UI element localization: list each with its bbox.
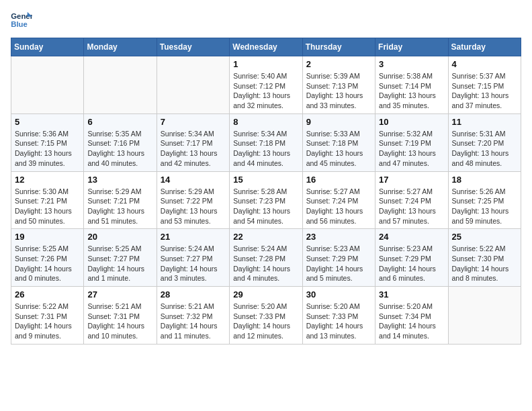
calendar-cell: 25Sunrise: 5:22 AMSunset: 7:30 PMDayligh…: [448, 229, 521, 287]
weekday-thursday: Thursday: [302, 38, 375, 56]
calendar-cell: 17Sunrise: 5:27 AMSunset: 7:24 PMDayligh…: [375, 171, 448, 229]
calendar-cell: 23Sunrise: 5:23 AMSunset: 7:29 PMDayligh…: [302, 229, 375, 287]
calendar-cell: 2Sunrise: 5:39 AMSunset: 7:13 PMDaylight…: [302, 56, 375, 114]
calendar-cell: 19Sunrise: 5:25 AMSunset: 7:26 PMDayligh…: [11, 229, 84, 287]
calendar-cell: [84, 56, 157, 114]
calendar-week-3: 12Sunrise: 5:30 AMSunset: 7:21 PMDayligh…: [11, 171, 521, 229]
cell-info-text: Sunrise: 5:25 AMSunset: 7:27 PMDaylight:…: [87, 244, 152, 283]
cell-date-number: 11: [452, 117, 517, 127]
cell-date-number: 5: [15, 117, 80, 127]
calendar-cell: 28Sunrise: 5:21 AMSunset: 7:32 PMDayligh…: [157, 287, 229, 345]
cell-info-text: Sunrise: 5:24 AMSunset: 7:28 PMDaylight:…: [233, 244, 298, 283]
cell-info-text: Sunrise: 5:20 AMSunset: 7:33 PMDaylight:…: [233, 302, 298, 341]
cell-date-number: 25: [452, 232, 517, 242]
cell-date-number: 17: [379, 175, 444, 185]
calendar-cell: 7Sunrise: 5:34 AMSunset: 7:17 PMDaylight…: [157, 113, 229, 171]
cell-date-number: 28: [161, 289, 226, 300]
weekday-sunday: Sunday: [11, 38, 84, 56]
cell-info-text: Sunrise: 5:27 AMSunset: 7:24 PMDaylight:…: [379, 187, 444, 226]
calendar-cell: [157, 56, 229, 114]
cell-date-number: 24: [379, 232, 444, 242]
calendar-cell: 11Sunrise: 5:31 AMSunset: 7:20 PMDayligh…: [448, 113, 521, 171]
weekday-friday: Friday: [375, 38, 448, 56]
cell-info-text: Sunrise: 5:22 AMSunset: 7:30 PMDaylight:…: [452, 244, 517, 283]
calendar-cell: 29Sunrise: 5:20 AMSunset: 7:33 PMDayligh…: [230, 287, 302, 345]
calendar-cell: 15Sunrise: 5:28 AMSunset: 7:23 PMDayligh…: [230, 171, 302, 229]
cell-info-text: Sunrise: 5:21 AMSunset: 7:32 PMDaylight:…: [161, 302, 226, 341]
cell-info-text: Sunrise: 5:36 AMSunset: 7:15 PMDaylight:…: [15, 129, 80, 169]
calendar-cell: 26Sunrise: 5:22 AMSunset: 7:31 PMDayligh…: [11, 287, 84, 345]
cell-info-text: Sunrise: 5:27 AMSunset: 7:24 PMDaylight:…: [306, 187, 371, 226]
calendar-cell: 4Sunrise: 5:37 AMSunset: 7:15 PMDaylight…: [448, 56, 521, 114]
calendar-cell: 10Sunrise: 5:32 AMSunset: 7:19 PMDayligh…: [375, 113, 448, 171]
logo-icon: General Blue: [11, 11, 32, 30]
cell-date-number: 8: [233, 117, 298, 127]
calendar-cell: 13Sunrise: 5:29 AMSunset: 7:21 PMDayligh…: [84, 171, 157, 229]
svg-text:Blue: Blue: [11, 20, 28, 28]
cell-info-text: Sunrise: 5:23 AMSunset: 7:29 PMDaylight:…: [306, 244, 371, 283]
page-header: General Blue: [11, 11, 521, 30]
cell-info-text: Sunrise: 5:34 AMSunset: 7:18 PMDaylight:…: [233, 129, 298, 169]
weekday-monday: Monday: [84, 38, 157, 56]
cell-date-number: 27: [87, 289, 152, 300]
calendar-cell: 21Sunrise: 5:24 AMSunset: 7:27 PMDayligh…: [157, 229, 229, 287]
cell-date-number: 3: [379, 59, 444, 69]
cell-info-text: Sunrise: 5:40 AMSunset: 7:12 PMDaylight:…: [233, 71, 298, 111]
calendar-cell: 8Sunrise: 5:34 AMSunset: 7:18 PMDaylight…: [230, 113, 302, 171]
cell-info-text: Sunrise: 5:30 AMSunset: 7:21 PMDaylight:…: [15, 187, 80, 226]
cell-date-number: 29: [233, 289, 298, 300]
calendar-cell: 30Sunrise: 5:20 AMSunset: 7:33 PMDayligh…: [302, 287, 375, 345]
cell-date-number: 7: [161, 117, 226, 127]
cell-info-text: Sunrise: 5:22 AMSunset: 7:31 PMDaylight:…: [15, 302, 80, 341]
cell-date-number: 26: [15, 289, 80, 300]
calendar-week-2: 5Sunrise: 5:36 AMSunset: 7:15 PMDaylight…: [11, 113, 521, 171]
calendar-cell: 22Sunrise: 5:24 AMSunset: 7:28 PMDayligh…: [230, 229, 302, 287]
cell-info-text: Sunrise: 5:26 AMSunset: 7:25 PMDaylight:…: [452, 187, 517, 226]
calendar-cell: 12Sunrise: 5:30 AMSunset: 7:21 PMDayligh…: [11, 171, 84, 229]
cell-date-number: 21: [161, 232, 226, 242]
cell-info-text: Sunrise: 5:24 AMSunset: 7:27 PMDaylight:…: [161, 244, 226, 283]
cell-info-text: Sunrise: 5:29 AMSunset: 7:22 PMDaylight:…: [161, 187, 226, 226]
cell-info-text: Sunrise: 5:38 AMSunset: 7:14 PMDaylight:…: [379, 71, 444, 111]
cell-info-text: Sunrise: 5:39 AMSunset: 7:13 PMDaylight:…: [306, 71, 371, 111]
cell-date-number: 31: [379, 289, 444, 300]
calendar-cell: 6Sunrise: 5:35 AMSunset: 7:16 PMDaylight…: [84, 113, 157, 171]
calendar-cell: 18Sunrise: 5:26 AMSunset: 7:25 PMDayligh…: [448, 171, 521, 229]
cell-date-number: 23: [306, 232, 371, 242]
cell-info-text: Sunrise: 5:32 AMSunset: 7:19 PMDaylight:…: [379, 129, 444, 169]
cell-date-number: 16: [306, 175, 371, 185]
cell-date-number: 22: [233, 232, 298, 242]
cell-date-number: 1: [233, 59, 298, 69]
calendar-cell: 31Sunrise: 5:20 AMSunset: 7:34 PMDayligh…: [375, 287, 448, 345]
cell-date-number: 14: [161, 175, 226, 185]
calendar-cell: 1Sunrise: 5:40 AMSunset: 7:12 PMDaylight…: [230, 56, 302, 114]
cell-date-number: 6: [87, 117, 152, 127]
logo: General Blue: [11, 11, 35, 30]
cell-date-number: 15: [233, 175, 298, 185]
calendar-cell: [11, 56, 84, 114]
cell-info-text: Sunrise: 5:25 AMSunset: 7:26 PMDaylight:…: [15, 244, 80, 283]
cell-date-number: 30: [306, 289, 371, 300]
cell-info-text: Sunrise: 5:29 AMSunset: 7:21 PMDaylight:…: [87, 187, 152, 226]
cell-info-text: Sunrise: 5:35 AMSunset: 7:16 PMDaylight:…: [87, 129, 152, 169]
cell-date-number: 2: [306, 59, 371, 69]
weekday-header-row: SundayMondayTuesdayWednesdayThursdayFrid…: [11, 38, 521, 56]
cell-info-text: Sunrise: 5:31 AMSunset: 7:20 PMDaylight:…: [452, 129, 517, 169]
calendar-cell: 24Sunrise: 5:23 AMSunset: 7:29 PMDayligh…: [375, 229, 448, 287]
calendar-week-1: 1Sunrise: 5:40 AMSunset: 7:12 PMDaylight…: [11, 56, 521, 114]
cell-date-number: 20: [87, 232, 152, 242]
calendar-cell: 16Sunrise: 5:27 AMSunset: 7:24 PMDayligh…: [302, 171, 375, 229]
cell-date-number: 4: [452, 59, 517, 69]
cell-info-text: Sunrise: 5:34 AMSunset: 7:17 PMDaylight:…: [161, 129, 226, 169]
calendar-cell: 5Sunrise: 5:36 AMSunset: 7:15 PMDaylight…: [11, 113, 84, 171]
calendar-cell: 27Sunrise: 5:21 AMSunset: 7:31 PMDayligh…: [84, 287, 157, 345]
weekday-saturday: Saturday: [448, 38, 521, 56]
calendar-cell: 14Sunrise: 5:29 AMSunset: 7:22 PMDayligh…: [157, 171, 229, 229]
cell-info-text: Sunrise: 5:20 AMSunset: 7:33 PMDaylight:…: [306, 302, 371, 341]
cell-date-number: 19: [15, 232, 80, 242]
cell-date-number: 9: [306, 117, 371, 127]
cell-date-number: 12: [15, 175, 80, 185]
cell-info-text: Sunrise: 5:21 AMSunset: 7:31 PMDaylight:…: [87, 302, 152, 341]
cell-info-text: Sunrise: 5:28 AMSunset: 7:23 PMDaylight:…: [233, 187, 298, 226]
cell-info-text: Sunrise: 5:23 AMSunset: 7:29 PMDaylight:…: [379, 244, 444, 283]
